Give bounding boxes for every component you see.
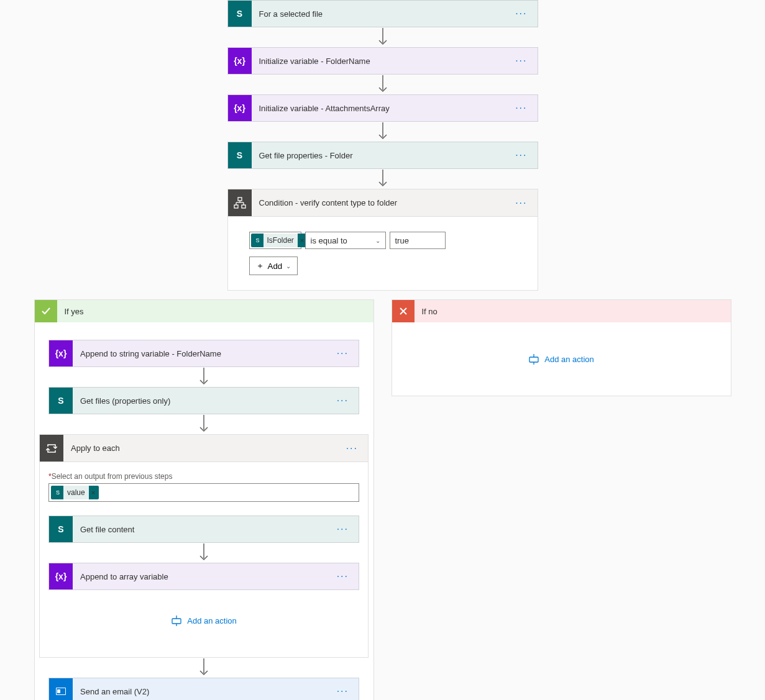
get-file-content-card[interactable]: S Get file content ··· (48, 516, 359, 543)
add-action-label: Add an action (544, 355, 594, 364)
condition-row: S IsFolder × is equal to ⌄ true (249, 232, 516, 249)
append-array-title: Append to array variable (73, 572, 327, 581)
if-no-label: If no (415, 307, 445, 316)
send-email-title: Send an email (V2) (73, 687, 327, 696)
arrow-connector (378, 27, 388, 47)
add-action-label: Add an action (187, 616, 237, 625)
menu-icon[interactable]: ··· (327, 571, 359, 582)
svg-rect-6 (242, 205, 245, 208)
add-action-icon (528, 353, 539, 365)
variable-icon: {x} (49, 340, 73, 366)
menu-icon[interactable]: ··· (505, 102, 537, 114)
apply-to-each-card[interactable]: Apply to each ··· *Select an output from… (39, 434, 369, 658)
apply-to-each-title: Apply to each (63, 443, 336, 453)
token-isfolder[interactable]: S IsFolder × (251, 234, 308, 247)
append-string-title: Append to string variable - FolderName (73, 349, 327, 358)
variable-icon: {x} (49, 563, 73, 589)
apply-to-each-header[interactable]: Apply to each ··· (40, 435, 368, 462)
token-label: IsFolder (263, 234, 298, 247)
if-no-header: If no (392, 300, 731, 322)
variable-icon: {x} (228, 48, 252, 74)
condition-operator-label: is equal to (311, 236, 347, 245)
sharepoint-icon: S (52, 487, 63, 498)
menu-icon[interactable]: ··· (327, 686, 359, 697)
if-no-branch: If no Add an action (392, 299, 731, 396)
sharepoint-icon: S (49, 516, 73, 542)
add-action-button[interactable]: Add an action (171, 590, 237, 651)
add-action-button[interactable]: Add an action (528, 353, 594, 365)
close-icon[interactable]: × (89, 489, 98, 496)
menu-icon[interactable]: ··· (327, 395, 359, 406)
arrow-connector (378, 122, 388, 142)
loop-icon (40, 435, 63, 461)
add-action-icon (171, 615, 182, 626)
check-icon (35, 300, 57, 322)
menu-icon[interactable]: ··· (505, 8, 537, 19)
menu-icon[interactable]: ··· (327, 348, 359, 359)
if-yes-header: If yes (35, 300, 373, 322)
get-files-title: Get files (properties only) (73, 396, 327, 406)
arrow-connector (199, 414, 209, 434)
condition-operator-select[interactable]: is equal to ⌄ (305, 232, 386, 249)
menu-icon[interactable]: ··· (505, 55, 537, 66)
condition-header[interactable]: Condition - verify content type to folde… (228, 189, 538, 217)
get-files-card[interactable]: S Get files (properties only) ··· (48, 387, 359, 414)
if-yes-branch: If yes {x} Append to string variable - F… (34, 299, 374, 700)
outlook-icon (49, 678, 73, 700)
get-file-content-title: Get file content (73, 525, 327, 534)
variable-icon: {x} (228, 95, 252, 121)
arrow-connector (378, 169, 388, 189)
arrow-connector (199, 658, 209, 678)
menu-icon[interactable]: ··· (505, 198, 537, 209)
send-email-card[interactable]: Send an email (V2) ··· (48, 678, 359, 700)
init-attachmentsarray-card[interactable]: {x} Initialize variable - AttachmentsArr… (227, 94, 538, 122)
svg-rect-14 (172, 619, 181, 624)
chevron-down-icon: ⌄ (375, 237, 380, 244)
menu-icon[interactable]: ··· (327, 524, 359, 535)
svg-rect-4 (238, 198, 242, 201)
append-array-card[interactable]: {x} Append to array variable ··· (48, 563, 359, 590)
arrow-connector (199, 367, 209, 387)
get-file-properties-card[interactable]: S Get file properties - Folder ··· (227, 142, 538, 169)
svg-rect-23 (529, 357, 538, 362)
sharepoint-icon: S (49, 388, 73, 414)
get-file-properties-title: Get file properties - Folder (252, 151, 506, 160)
condition-left-operand[interactable]: S IsFolder × (249, 232, 301, 249)
condition-title: Condition - verify content type to folde… (252, 198, 506, 207)
condition-branches: If yes {x} Append to string variable - F… (0, 299, 765, 700)
chevron-down-icon: ⌄ (286, 263, 291, 270)
sharepoint-icon: S (252, 235, 263, 246)
plus-icon: ＋ (256, 260, 264, 271)
trigger-title: For a selected file (252, 9, 506, 19)
sharepoint-icon: S (228, 1, 252, 27)
menu-icon[interactable]: ··· (336, 443, 368, 454)
condition-card[interactable]: Condition - verify content type to folde… (227, 189, 538, 291)
menu-icon[interactable]: ··· (505, 150, 537, 161)
init-foldername-title: Initialize variable - FolderName (252, 57, 506, 66)
svg-rect-20 (57, 689, 60, 693)
if-yes-label: If yes (57, 307, 91, 316)
add-label: Add (268, 261, 283, 271)
select-output-input[interactable]: S value × (48, 483, 359, 502)
arrow-connector (378, 75, 388, 94)
init-foldername-card[interactable]: {x} Initialize variable - FolderName ··· (227, 47, 538, 75)
init-attachmentsarray-title: Initialize variable - AttachmentsArray (252, 104, 506, 113)
select-output-label: *Select an output from previous steps (48, 472, 172, 481)
token-value[interactable]: S value × (51, 486, 99, 499)
condition-value: true (395, 236, 409, 245)
close-icon (392, 300, 415, 322)
append-string-card[interactable]: {x} Append to string variable - FolderNa… (48, 340, 359, 367)
trigger-card[interactable]: S For a selected file ··· (227, 0, 538, 27)
token-label: value (63, 486, 89, 499)
svg-rect-5 (234, 205, 238, 208)
condition-icon (228, 189, 252, 216)
condition-body: S IsFolder × is equal to ⌄ true ＋ Add ⌄ (228, 217, 538, 290)
condition-value-input[interactable]: true (390, 232, 446, 249)
sharepoint-icon: S (228, 142, 252, 168)
arrow-connector (199, 543, 209, 563)
add-condition-button[interactable]: ＋ Add ⌄ (249, 257, 298, 275)
